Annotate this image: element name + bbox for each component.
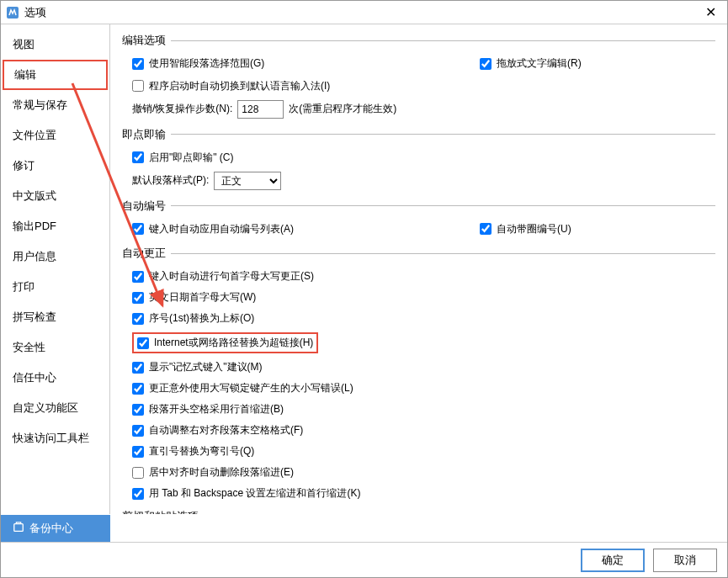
checkbox-input-ac-0[interactable] — [132, 271, 144, 283]
checkbox-enable-click-type[interactable]: 启用"即点即输" (C) — [132, 151, 234, 165]
checkbox-input-ac-5[interactable] — [132, 383, 144, 395]
titlebar: 选项 ✕ — [1, 1, 727, 24]
checkbox-input-ac-1[interactable] — [132, 292, 144, 304]
buttons-row: 确定 取消 — [1, 542, 727, 577]
group-edit-options: 编辑选项 使用智能段落选择范围(G) 拖放式文字编辑(R) — [122, 33, 715, 122]
main-area: 视图 编辑 常规与保存 文件位置 修订 中文版式 输出PDF 用户信息 打印 拼… — [1, 24, 727, 514]
svg-rect-1 — [14, 523, 24, 531]
sidebar-item-view[interactable]: 视图 — [1, 29, 109, 60]
label-ac-0: 键入时自动进行句首字母大写更正(S) — [149, 269, 314, 284]
checkbox-smart-paragraph[interactable]: 使用智能段落选择范围(G) — [132, 56, 264, 71]
checkbox-input-smart-paragraph[interactable] — [132, 58, 144, 70]
input-undo-steps[interactable] — [237, 100, 284, 119]
label-ac-2: 序号(1st)替换为上标(O) — [149, 311, 254, 326]
checkbox-input-enable-click-type[interactable] — [132, 151, 144, 163]
checkbox-ac-10[interactable]: 用 Tab 和 Backspace 设置左缩进和首行缩进(K) — [132, 486, 360, 501]
group-cut-paste: 剪切和粘贴选项 … — [122, 509, 715, 514]
checkbox-input-ac-6[interactable] — [132, 404, 144, 416]
sidebar-item-general-save[interactable]: 常规与保存 — [1, 90, 109, 120]
label-ac-10: 用 Tab 和 Backspace 设置左缩进和首行缩进(K) — [149, 486, 360, 501]
label-ac-5: 更正意外使用大写锁定键产生的大小写错误(L) — [149, 381, 353, 395]
label-ac-9: 居中对齐时自动删除段落缩进(E) — [149, 465, 294, 480]
select-default-style[interactable]: 正文 — [214, 172, 281, 190]
highlighted-hyperlink-option: Internet或网络路径替换为超链接(H) — [132, 332, 318, 353]
label-default-style: 默认段落样式(P): — [132, 173, 209, 188]
label-ac-3: Internet或网络路径替换为超链接(H) — [154, 336, 313, 350]
checkbox-input-apply-auto-list[interactable] — [132, 223, 144, 235]
checkbox-ac-3[interactable]: Internet或网络路径替换为超链接(H) — [137, 336, 313, 350]
legend-cut-paste: 剪切和粘贴选项 — [122, 509, 204, 514]
label-ac-7: 自动调整右对齐段落末空格格式(F) — [149, 423, 303, 437]
sidebar-item-custom-ribbon[interactable]: 自定义功能区 — [1, 393, 109, 423]
label-apply-auto-list: 键入时自动应用自动编号列表(A) — [149, 222, 294, 236]
sidebar-item-output-pdf[interactable]: 输出PDF — [1, 211, 109, 241]
checkbox-ac-8[interactable]: 直引号替换为弯引号(Q) — [132, 444, 254, 459]
checkbox-apply-auto-list[interactable]: 键入时自动应用自动编号列表(A) — [132, 222, 294, 236]
bottom-bar: 备份中心 确定 取消 — [1, 514, 727, 577]
checkbox-input-ac-3[interactable] — [137, 337, 149, 349]
sidebar-item-user-info[interactable]: 用户信息 — [1, 241, 109, 272]
group-auto-correct: 自动更正 键入时自动进行句首字母大写更正(S) 英文日期首字母大写(W) — [122, 246, 715, 504]
label-smart-paragraph: 使用智能段落选择范围(G) — [149, 56, 264, 71]
checkbox-input-ac-8[interactable] — [132, 446, 144, 458]
label-ac-1: 英文日期首字母大写(W) — [149, 290, 256, 305]
label-drag-edit: 拖放式文字编辑(R) — [497, 56, 582, 71]
cancel-button[interactable]: 取消 — [653, 549, 717, 572]
sidebar-item-chinese-layout[interactable]: 中文版式 — [1, 181, 109, 211]
checkbox-drag-edit[interactable]: 拖放式文字编辑(R) — [480, 56, 582, 71]
sidebar-item-edit[interactable]: 编辑 — [3, 60, 108, 90]
ok-button[interactable]: 确定 — [581, 549, 645, 572]
checkbox-ac-6[interactable]: 段落开头空格采用行首缩进(B) — [132, 402, 284, 416]
checkbox-input-auto-circle[interactable] — [480, 223, 492, 235]
sidebar: 视图 编辑 常规与保存 文件位置 修订 中文版式 输出PDF 用户信息 打印 拼… — [1, 24, 110, 514]
app-icon — [6, 6, 19, 19]
checkbox-ac-9[interactable]: 居中对齐时自动删除段落缩进(E) — [132, 465, 294, 480]
sidebar-item-quick-toolbar[interactable]: 快速访问工具栏 — [1, 423, 109, 453]
checkbox-auto-ime[interactable]: 程序启动时自动切换到默认语言输入法(I) — [132, 79, 330, 93]
group-auto-number: 自动编号 键入时自动应用自动编号列表(A) 自动带圈编号(U) — [122, 199, 715, 241]
label-ac-8: 直引号替换为弯引号(Q) — [149, 444, 254, 459]
checkbox-ac-1[interactable]: 英文日期首字母大写(W) — [132, 290, 256, 305]
label-ac-4: 显示"记忆式键入"建议(M) — [149, 360, 263, 374]
backup-label: 备份中心 — [29, 521, 73, 536]
checkbox-input-ac-10[interactable] — [132, 488, 144, 500]
checkbox-ac-0[interactable]: 键入时自动进行句首字母大写更正(S) — [132, 269, 314, 284]
legend-edit-options: 编辑选项 — [122, 33, 171, 48]
sidebar-item-file-location[interactable]: 文件位置 — [1, 120, 109, 151]
sidebar-item-spell-check[interactable]: 拼写检查 — [1, 302, 109, 332]
checkbox-ac-4[interactable]: 显示"记忆式键入"建议(M) — [132, 360, 263, 374]
sidebar-item-print[interactable]: 打印 — [1, 272, 109, 302]
checkbox-input-ac-2[interactable] — [132, 313, 144, 325]
checkbox-input-ac-7[interactable] — [132, 425, 144, 437]
checkbox-input-ac-9[interactable] — [132, 467, 144, 479]
checkbox-ac-2[interactable]: 序号(1st)替换为上标(O) — [132, 311, 254, 326]
sidebar-item-security[interactable]: 安全性 — [1, 332, 109, 363]
sidebar-item-trust-center[interactable]: 信任中心 — [1, 363, 109, 393]
close-button[interactable]: ✕ — [699, 4, 722, 20]
content-panel: 编辑选项 使用智能段落选择范围(G) 拖放式文字编辑(R) — [110, 24, 727, 514]
sidebar-item-revision[interactable]: 修订 — [1, 151, 109, 181]
label-auto-ime: 程序启动时自动切换到默认语言输入法(I) — [149, 79, 330, 93]
label-ac-6: 段落开头空格采用行首缩进(B) — [149, 402, 284, 416]
label-undo-note: 次(需重启程序才能生效) — [289, 102, 396, 116]
legend-auto-number: 自动编号 — [122, 199, 171, 214]
label-enable-click-type: 启用"即点即输" (C) — [149, 151, 234, 165]
backup-row: 备份中心 — [1, 515, 727, 542]
checkbox-ac-7[interactable]: 自动调整右对齐段落末空格格式(F) — [132, 423, 303, 437]
checkbox-input-drag-edit[interactable] — [480, 58, 492, 70]
label-undo-steps: 撤销/恢复操作步数(N): — [132, 102, 232, 116]
backup-icon — [13, 522, 24, 536]
checkbox-input-ac-4[interactable] — [132, 362, 144, 374]
checkbox-input-auto-ime[interactable] — [132, 80, 144, 92]
legend-auto-correct: 自动更正 — [122, 246, 171, 261]
options-dialog: 选项 ✕ 视图 编辑 常规与保存 文件位置 修订 中文版式 输出PDF 用户信息… — [0, 0, 728, 578]
window-title: 选项 — [24, 5, 699, 20]
legend-click-type: 即点即输 — [122, 127, 171, 142]
group-click-type: 即点即输 启用"即点即输" (C) 默认段落样式(P): 正文 — [122, 127, 715, 194]
checkbox-ac-5[interactable]: 更正意外使用大写锁定键产生的大小写错误(L) — [132, 381, 353, 395]
label-auto-circle: 自动带圈编号(U) — [497, 222, 571, 236]
checkbox-auto-circle[interactable]: 自动带圈编号(U) — [480, 222, 571, 236]
backup-center-button[interactable]: 备份中心 — [1, 515, 110, 542]
